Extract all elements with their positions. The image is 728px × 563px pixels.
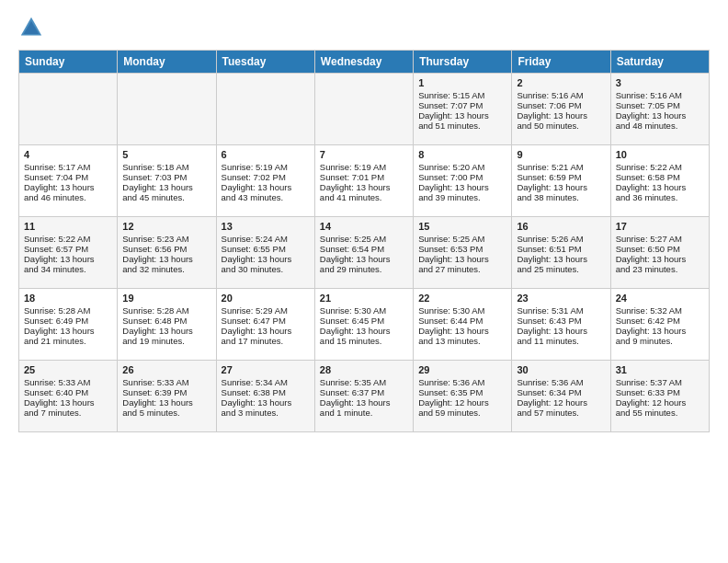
day-info: Sunrise: 5:28 AM <box>24 305 112 316</box>
calendar-cell: 10Sunrise: 5:22 AMSunset: 6:58 PMDayligh… <box>610 145 709 217</box>
day-info: Sunset: 6:56 PM <box>122 244 210 254</box>
day-info: and 41 minutes. <box>320 192 408 202</box>
calendar-cell <box>314 74 413 145</box>
day-info: Sunset: 7:04 PM <box>24 172 112 182</box>
day-info: and 13 minutes. <box>418 336 506 346</box>
day-number: 2 <box>517 77 605 88</box>
day-number: 9 <box>517 149 605 160</box>
day-number: 17 <box>616 221 704 232</box>
day-info: Daylight: 13 hours <box>222 397 310 408</box>
day-info: and 39 minutes. <box>418 192 506 202</box>
day-info: Daylight: 13 hours <box>122 397 210 408</box>
calendar-week-3: 18Sunrise: 5:28 AMSunset: 6:49 PMDayligh… <box>19 289 710 361</box>
day-info: Sunrise: 5:36 AM <box>418 377 506 387</box>
calendar-cell: 2Sunrise: 5:16 AMSunset: 7:06 PMDaylight… <box>512 74 610 145</box>
day-info: Sunrise: 5:36 AM <box>517 377 605 387</box>
day-number: 27 <box>222 364 310 375</box>
calendar-cell: 28Sunrise: 5:35 AMSunset: 6:37 PMDayligh… <box>314 361 413 432</box>
day-info: Daylight: 13 hours <box>222 182 310 192</box>
day-number: 7 <box>320 149 408 160</box>
day-info: Daylight: 13 hours <box>122 326 210 336</box>
calendar-cell <box>19 74 118 145</box>
day-info: Daylight: 13 hours <box>616 254 704 264</box>
day-info: Daylight: 13 hours <box>517 182 605 192</box>
page-container: SundayMondayTuesdayWednesdayThursdayFrid… <box>0 0 728 442</box>
day-info: Sunrise: 5:15 AM <box>418 90 506 100</box>
day-info: Sunrise: 5:34 AM <box>222 377 310 387</box>
day-number: 16 <box>517 221 605 232</box>
day-info: Daylight: 13 hours <box>122 254 210 264</box>
day-info: Daylight: 13 hours <box>616 182 704 192</box>
day-info: and 21 minutes. <box>24 336 112 346</box>
day-info: Daylight: 13 hours <box>24 254 112 264</box>
day-info: Daylight: 13 hours <box>320 254 408 264</box>
day-info: Sunrise: 5:23 AM <box>122 234 210 244</box>
calendar-cell: 21Sunrise: 5:30 AMSunset: 6:45 PMDayligh… <box>314 289 413 361</box>
day-info: Daylight: 13 hours <box>418 110 506 121</box>
day-info: and 43 minutes. <box>222 192 310 202</box>
day-info: Sunset: 7:00 PM <box>418 172 506 182</box>
day-info: and 34 minutes. <box>24 264 112 274</box>
day-info: Sunset: 6:51 PM <box>517 244 605 254</box>
day-info: and 32 minutes. <box>122 264 210 274</box>
day-info: Sunset: 6:57 PM <box>24 244 112 254</box>
day-number: 29 <box>418 364 506 375</box>
day-info: and 15 minutes. <box>320 336 408 346</box>
day-info: Sunset: 6:35 PM <box>418 387 506 397</box>
day-number: 31 <box>616 364 704 375</box>
day-number: 5 <box>122 149 210 160</box>
day-info: Sunrise: 5:25 AM <box>418 234 506 244</box>
day-info: Sunrise: 5:19 AM <box>222 162 310 172</box>
day-info: and 48 minutes. <box>616 121 704 131</box>
day-info: Sunrise: 5:35 AM <box>320 377 408 387</box>
day-info: Sunset: 7:05 PM <box>616 100 704 110</box>
calendar-cell: 11Sunrise: 5:22 AMSunset: 6:57 PMDayligh… <box>19 217 118 289</box>
day-info: Daylight: 13 hours <box>320 397 408 408</box>
day-number: 30 <box>517 364 605 375</box>
day-info: Sunrise: 5:29 AM <box>222 305 310 316</box>
day-number: 20 <box>222 293 310 304</box>
day-info: Daylight: 13 hours <box>320 182 408 192</box>
header-cell-friday: Friday <box>512 51 610 74</box>
day-info: Daylight: 13 hours <box>222 326 310 336</box>
day-info: Sunset: 6:34 PM <box>517 387 605 397</box>
calendar-cell: 4Sunrise: 5:17 AMSunset: 7:04 PMDaylight… <box>19 145 118 217</box>
calendar-cell: 16Sunrise: 5:26 AMSunset: 6:51 PMDayligh… <box>512 217 610 289</box>
day-number: 8 <box>418 149 506 160</box>
calendar-cell: 22Sunrise: 5:30 AMSunset: 6:44 PMDayligh… <box>414 289 512 361</box>
calendar-cell: 14Sunrise: 5:25 AMSunset: 6:54 PMDayligh… <box>314 217 413 289</box>
day-number: 28 <box>320 364 408 375</box>
calendar-cell: 20Sunrise: 5:29 AMSunset: 6:47 PMDayligh… <box>216 289 314 361</box>
day-info: Sunrise: 5:25 AM <box>320 234 408 244</box>
day-info: and 19 minutes. <box>122 336 210 346</box>
day-info: and 55 minutes. <box>616 408 704 418</box>
day-info: and 59 minutes. <box>418 408 506 418</box>
calendar-cell: 8Sunrise: 5:20 AMSunset: 7:00 PMDaylight… <box>414 145 512 217</box>
day-info: Daylight: 13 hours <box>24 326 112 336</box>
calendar-cell: 30Sunrise: 5:36 AMSunset: 6:34 PMDayligh… <box>512 361 610 432</box>
day-info: Sunrise: 5:28 AM <box>122 305 210 316</box>
day-info: Daylight: 13 hours <box>222 254 310 264</box>
header-cell-monday: Monday <box>118 51 216 74</box>
calendar-cell: 7Sunrise: 5:19 AMSunset: 7:01 PMDaylight… <box>314 145 413 217</box>
day-info: Sunset: 6:45 PM <box>320 316 408 326</box>
day-info: Sunrise: 5:32 AM <box>616 305 704 316</box>
day-number: 18 <box>24 293 112 304</box>
day-info: Sunset: 7:03 PM <box>122 172 210 182</box>
day-info: and 51 minutes. <box>418 121 506 131</box>
day-info: Sunrise: 5:24 AM <box>222 234 310 244</box>
day-info: Sunset: 6:48 PM <box>122 316 210 326</box>
day-info: Daylight: 13 hours <box>517 326 605 336</box>
day-info: Sunset: 6:59 PM <box>517 172 605 182</box>
day-info: Daylight: 12 hours <box>616 397 704 408</box>
day-info: and 23 minutes. <box>616 264 704 274</box>
day-info: Sunset: 6:44 PM <box>418 316 506 326</box>
day-info: Sunrise: 5:17 AM <box>24 162 112 172</box>
calendar-cell: 5Sunrise: 5:18 AMSunset: 7:03 PMDaylight… <box>118 145 216 217</box>
day-number: 13 <box>222 221 310 232</box>
day-info: Sunset: 6:53 PM <box>418 244 506 254</box>
day-info: and 36 minutes. <box>616 192 704 202</box>
day-info: Sunset: 6:42 PM <box>616 316 704 326</box>
day-info: Sunset: 6:33 PM <box>616 387 704 397</box>
day-number: 6 <box>222 149 310 160</box>
